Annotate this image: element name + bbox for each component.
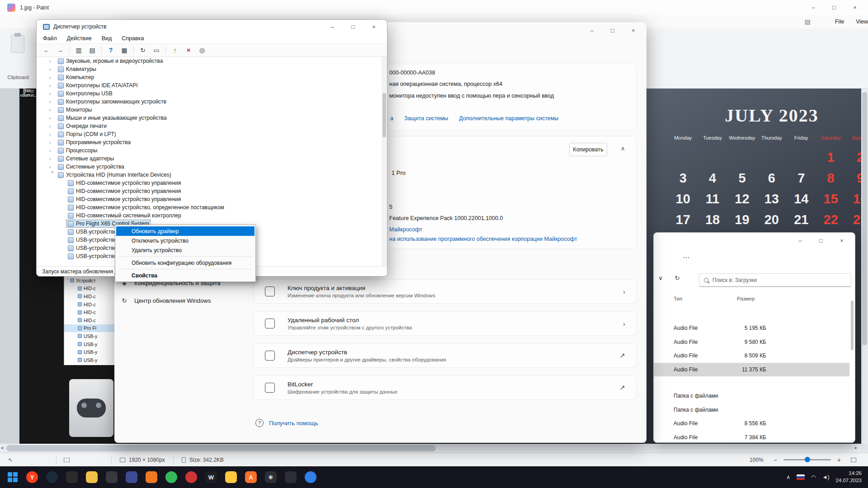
- red-app-icon[interactable]: [182, 468, 200, 486]
- device-tree-item[interactable]: HID-совместимый системный контроллер: [37, 211, 382, 220]
- get-help-link[interactable]: Получить помощь: [269, 420, 318, 427]
- device-tree-item[interactable]: HID-совместимое устройство, определенное…: [37, 203, 382, 211]
- update-driver-icon[interactable]: ↑: [170, 47, 179, 54]
- close-button[interactable]: ×: [363, 20, 384, 33]
- minimize-button[interactable]: –: [322, 20, 343, 33]
- device-tree-item[interactable]: › Контроллеры IDE ATA/ATAPI: [37, 81, 382, 89]
- device-tree-item[interactable]: › Контроллеры USB: [37, 89, 382, 98]
- device-tree-item[interactable]: › Сетевые адаптеры: [37, 155, 382, 163]
- expand-arrow-icon[interactable]: ›: [49, 131, 57, 137]
- scrollbar-thumb[interactable]: [382, 93, 386, 137]
- dm-menu-view[interactable]: Вид: [102, 35, 112, 42]
- close-button[interactable]: ×: [623, 22, 644, 38]
- toolbar-separator[interactable]: [165, 47, 166, 54]
- file-row[interactable]: Audio File 7 384 КБ: [654, 431, 849, 443]
- column-header-type[interactable]: Тип: [654, 296, 737, 301]
- expand-arrow-icon[interactable]: ›: [49, 115, 57, 121]
- expand-arrow-icon[interactable]: ›: [49, 99, 57, 104]
- refresh-icon[interactable]: ↻: [675, 274, 680, 282]
- expand-arrow-icon[interactable]: ›: [49, 140, 57, 145]
- scrollbar-thumb[interactable]: [6, 445, 436, 451]
- settings-gear-icon[interactable]: ✱: [262, 468, 280, 486]
- expand-arrow-icon[interactable]: ›: [49, 156, 57, 161]
- minimize-button[interactable]: –: [581, 22, 602, 38]
- settings-card[interactable]: BitLocker Шифрование устройства для защи…: [254, 375, 637, 400]
- recent-locations-icon[interactable]: ∨: [658, 274, 663, 282]
- folder-app-icon[interactable]: [83, 468, 101, 486]
- file-row[interactable]: Папка с файлами: [654, 403, 849, 417]
- settings-card[interactable]: Удаленный рабочий стол Управляйте этим у…: [254, 311, 637, 336]
- help-icon[interactable]: ?: [106, 47, 115, 54]
- canvas-vertical-scrollbar[interactable]: [861, 89, 868, 444]
- minimize-button[interactable]: –: [790, 233, 811, 248]
- device-tree-item[interactable]: › Компьютер: [37, 73, 382, 81]
- file-row[interactable]: Папка с файлами: [654, 389, 849, 403]
- expand-arrow-icon[interactable]: ›: [49, 148, 57, 153]
- copy-button[interactable]: Копировать: [569, 143, 607, 156]
- properties-icon[interactable]: ▤: [88, 47, 97, 54]
- expand-arrow-icon[interactable]: ›: [49, 107, 57, 113]
- paint-menu-file[interactable]: File: [835, 19, 844, 25]
- dm-menu-action[interactable]: Действие: [67, 35, 92, 42]
- yandex-browser-icon[interactable]: Y: [23, 468, 41, 486]
- volume-icon[interactable]: ◄): [822, 474, 830, 480]
- steam-icon[interactable]: [43, 468, 61, 486]
- sidebar-item-windows-update[interactable]: ↻ Центр обновления Windows: [121, 295, 211, 306]
- language-flag-icon[interactable]: [797, 474, 805, 480]
- expand-arrow-icon[interactable]: ›: [49, 91, 57, 96]
- scroll-left-icon[interactable]: ◂: [1, 445, 3, 450]
- device-tree-item[interactable]: › Очереди печати: [37, 122, 382, 130]
- device-tree-item[interactable]: › Порты (COM и LPT): [37, 130, 382, 138]
- toolbar-separator[interactable]: [69, 47, 70, 54]
- device-tree-item[interactable]: › Процессоры: [37, 146, 382, 155]
- back-icon[interactable]: ←: [42, 47, 51, 54]
- see-more-button[interactable]: …: [683, 252, 690, 260]
- expand-arrow-icon[interactable]: ›: [49, 123, 57, 129]
- device-tree-item[interactable]: › Звуковые, игровые и видеоустройства: [37, 57, 382, 65]
- network-icon[interactable]: ◠: [811, 474, 816, 480]
- toolbar-separator[interactable]: [101, 47, 102, 54]
- context-menu-item[interactable]: Обновить конфигурацию оборудования: [115, 258, 255, 267]
- zoom-slider[interactable]: [783, 459, 831, 460]
- close-button[interactable]: ×: [844, 0, 865, 15]
- context-menu-item[interactable]: Отключить устройство: [115, 236, 255, 245]
- context-menu-item[interactable]: Обновить драйвер: [116, 226, 255, 236]
- file-row[interactable]: Audio File 5 195 КБ: [654, 321, 849, 335]
- expand-arrow-icon[interactable]: ›: [49, 58, 57, 64]
- scroll-right-icon[interactable]: ▸: [855, 445, 857, 450]
- dm-menu-file[interactable]: Файл: [43, 35, 57, 42]
- settings-card[interactable]: Диспетчер устройств Драйверы принтеров и…: [254, 343, 637, 368]
- system-protection-link[interactable]: Защита системы: [404, 115, 448, 122]
- device-tree-item[interactable]: › Клавиатуры: [37, 65, 382, 73]
- desktop-folder-icon[interactable]: HO_ SURV...: [19, 89, 38, 98]
- tray-overflow-icon[interactable]: ∧: [786, 474, 790, 480]
- dark-app-icon[interactable]: [63, 468, 81, 486]
- media-app-icon[interactable]: [103, 468, 121, 486]
- link-fragment[interactable]: а: [390, 115, 393, 122]
- maximize-button[interactable]: □: [824, 0, 844, 15]
- device-tree-scrollbar[interactable]: [382, 57, 387, 266]
- zoom-out-button[interactable]: −: [774, 456, 777, 464]
- scrollbar-thumb[interactable]: [862, 92, 867, 345]
- license-terms-link[interactable]: на использование программного обеспечени…: [389, 236, 577, 242]
- expand-arrow-icon[interactable]: ›: [49, 83, 57, 88]
- device-tree-item[interactable]: › Мыши и иные указывающие устройства: [37, 114, 382, 122]
- paste-button[interactable]: [11, 35, 24, 53]
- advanced-system-settings-link[interactable]: Дополнительные параметры системы: [459, 115, 558, 122]
- zoom-slider-thumb[interactable]: [805, 457, 810, 462]
- maximize-button[interactable]: □: [811, 233, 831, 248]
- taskbar-clock[interactable]: 14:26 24.07.2023: [835, 470, 862, 484]
- expand-arrow-icon[interactable]: ›: [49, 75, 57, 80]
- blue-app-icon[interactable]: [123, 468, 141, 486]
- paint-menu-view[interactable]: View: [856, 19, 868, 25]
- context-menu-item[interactable]: Свойства: [115, 271, 255, 280]
- zoom-in-button[interactable]: +: [837, 456, 841, 464]
- green-app-icon[interactable]: [162, 468, 180, 486]
- file-row[interactable]: Audio File 11 375 КБ: [654, 363, 849, 377]
- file-explorer-icon[interactable]: [222, 468, 240, 486]
- forward-icon[interactable]: →: [56, 47, 65, 54]
- explorer-scrollbar[interactable]: [851, 300, 854, 350]
- device-tree-item[interactable]: › Устройства HID (Human Interface Device…: [37, 171, 382, 179]
- dm-menu-help[interactable]: Справка: [122, 35, 144, 42]
- file-row[interactable]: Audio File 8 509 КБ: [654, 349, 849, 363]
